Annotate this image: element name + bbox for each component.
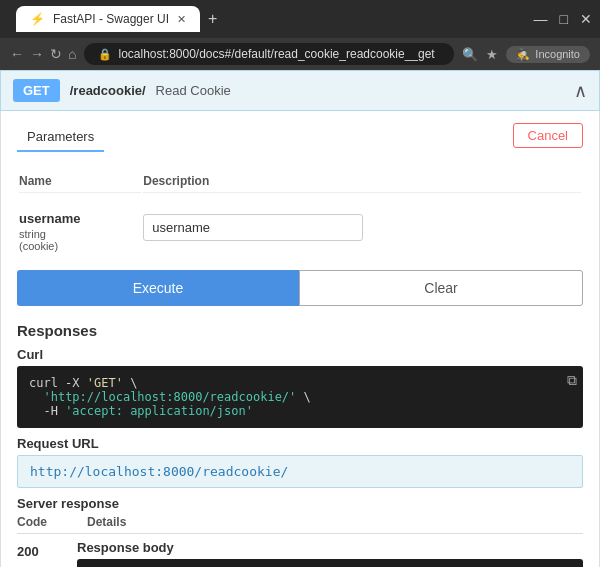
refresh-button[interactable]: ↻: [50, 46, 62, 62]
request-url-label: Request URL: [17, 436, 583, 451]
request-url-section: Request URL http://localhost:8000/readco…: [17, 436, 583, 488]
maximize-button[interactable]: □: [560, 11, 568, 27]
window-controls: — □ ✕: [534, 11, 592, 27]
forward-button[interactable]: →: [30, 46, 44, 62]
description-column-header: Description: [143, 170, 581, 193]
param-type: string: [19, 228, 141, 240]
server-response-section: Server response Code Details 200 Respons…: [17, 496, 583, 567]
parameters-section: Parameters Cancel Name Description usern…: [0, 111, 600, 567]
nav-buttons: ← → ↻ ⌂: [10, 46, 76, 62]
incognito-label: Incognito: [535, 48, 580, 60]
params-table: Name Description username string (cookie…: [17, 168, 583, 254]
swagger-content: GET /readcookie/ Read Cookie ∧ Parameter…: [0, 70, 600, 567]
response-table-header: Code Details: [17, 515, 583, 534]
curl-code-block: curl -X 'GET' \ 'http://localhost:8000/r…: [17, 366, 583, 428]
parameters-tab[interactable]: Parameters: [17, 123, 104, 152]
execute-button[interactable]: Execute: [17, 270, 299, 306]
clear-button[interactable]: Clear: [299, 270, 583, 306]
responses-title: Responses: [17, 322, 583, 339]
new-tab-button[interactable]: +: [208, 10, 217, 28]
execute-row: Execute Clear: [17, 270, 583, 306]
endpoint-description: Read Cookie: [156, 83, 231, 98]
curl-code: curl -X 'GET' \ 'http://localhost:8000/r…: [29, 376, 311, 418]
back-button[interactable]: ←: [10, 46, 24, 62]
response-details: Response body { "username": "admin" } ⧉ …: [77, 540, 583, 567]
code-column-header: Code: [17, 515, 47, 529]
username-input[interactable]: [143, 214, 363, 241]
endpoint-path: /readcookie/: [70, 83, 146, 98]
title-bar: ⚡ FastAPI - Swagger UI ✕ + — □ ✕: [0, 0, 600, 38]
curl-label: Curl: [17, 347, 583, 362]
server-response-label: Server response: [17, 496, 583, 511]
details-column-header: Details: [87, 515, 126, 529]
incognito-icon: 🕵: [516, 48, 530, 61]
tab-title: FastAPI - Swagger UI: [53, 12, 169, 26]
request-url-box: http://localhost:8000/readcookie/: [17, 455, 583, 488]
curl-section: Curl curl -X 'GET' \ 'http://localhost:8…: [17, 347, 583, 428]
tab-favicon: ⚡: [30, 12, 45, 26]
tab-close-button[interactable]: ✕: [177, 13, 186, 26]
curl-header: 'accept: application/json': [65, 404, 253, 418]
home-button[interactable]: ⌂: [68, 46, 76, 62]
bookmark-icon[interactable]: ★: [486, 47, 498, 62]
lock-icon: 🔒: [98, 48, 112, 61]
param-location: (cookie): [19, 240, 141, 252]
curl-copy-icon[interactable]: ⧉: [567, 372, 577, 389]
cancel-button[interactable]: Cancel: [513, 123, 583, 148]
address-bar-actions: 🔍 ★ 🕵 Incognito: [462, 46, 590, 63]
response-code: 200: [17, 540, 57, 559]
param-row: username string (cookie): [19, 195, 581, 252]
close-button[interactable]: ✕: [580, 11, 592, 27]
param-name: username: [19, 203, 141, 228]
minimize-button[interactable]: —: [534, 11, 548, 27]
curl-method: 'GET': [87, 376, 123, 390]
collapse-button[interactable]: ∧: [574, 80, 587, 102]
response-200-row: 200 Response body { "username": "admin" …: [17, 540, 583, 567]
name-column-header: Name: [19, 170, 141, 193]
tab-bar: ⚡ FastAPI - Swagger UI ✕ +: [8, 6, 225, 32]
response-body-label: Response body: [77, 540, 583, 555]
response-body-block: { "username": "admin" } ⧉ Download: [77, 559, 583, 567]
address-bar: ← → ↻ ⌂ 🔒 localhost:8000/docs#/default/r…: [0, 38, 600, 70]
browser-chrome: ⚡ FastAPI - Swagger UI ✕ + — □ ✕ ← → ↻ ⌂…: [0, 0, 600, 70]
incognito-badge: 🕵 Incognito: [506, 46, 590, 63]
responses-section: Responses Curl curl -X 'GET' \ 'http://l…: [17, 322, 583, 567]
url-text: localhost:8000/docs#/default/read_cookie…: [118, 47, 434, 61]
method-badge: GET: [13, 79, 60, 102]
search-icon[interactable]: 🔍: [462, 47, 478, 62]
endpoint-header[interactable]: GET /readcookie/ Read Cookie ∧: [0, 70, 600, 111]
curl-url: 'http://localhost:8000/readcookie/': [43, 390, 296, 404]
browser-tab[interactable]: ⚡ FastAPI - Swagger UI ✕: [16, 6, 200, 32]
url-box[interactable]: 🔒 localhost:8000/docs#/default/read_cook…: [84, 43, 454, 65]
